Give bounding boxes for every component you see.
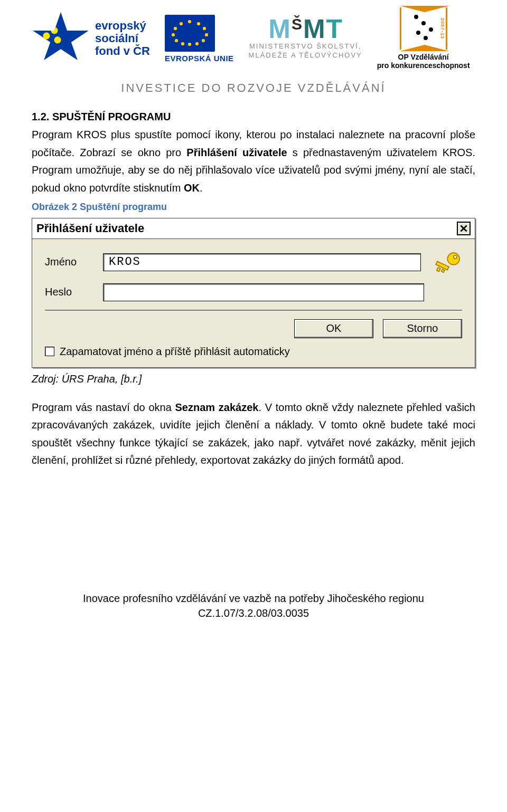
opvk-year-label: 2007-13 (440, 18, 445, 39)
invest-slogan: INVESTICE DO ROZVOJE VZDĚLÁVÁNÍ (32, 81, 475, 95)
esf-logo: evropský sociální fond v ČR (32, 12, 150, 65)
esf-star-icon (32, 12, 90, 65)
section-title: 1.2. SPUŠTĚNÍ PROGRAMU (32, 111, 475, 123)
msmt-line2: MLÁDEŽE A TĚLOVÝCHOVY (249, 51, 362, 60)
esf-line3: fond v ČR (95, 45, 150, 58)
close-button[interactable] (457, 222, 471, 235)
esf-text: evropský sociální fond v ČR (95, 20, 150, 58)
login-dialog: Přihlášení uživatele Jméno (32, 218, 475, 368)
eu-label: EVROPSKÁ UNIE (165, 54, 234, 63)
label-username: Jméno (45, 256, 92, 268)
p1-bold-2: OK (184, 182, 200, 194)
figure-source: Zdroj: ÚRS Praha, [b.r.] (32, 373, 475, 385)
eu-flag-icon (165, 15, 215, 52)
p1-text-c: . (200, 182, 203, 194)
paragraph-2: Program vás nastaví do okna Seznam zakáz… (32, 399, 475, 470)
username-input[interactable] (103, 253, 421, 271)
svg-point-3 (454, 255, 457, 259)
svg-rect-5 (437, 267, 440, 271)
page-footer: Inovace profesního vzdělávání ve vazbě n… (32, 591, 475, 620)
opvk-line2: pro konkurenceschopnost (377, 61, 470, 70)
dialog-divider (45, 310, 462, 311)
svg-rect-6 (442, 269, 445, 272)
close-icon (460, 225, 467, 232)
opvk-logo: 2007-13 OP Vzdělávání pro konkurencescho… (377, 7, 470, 70)
header-logo-band: evropský sociální fond v ČR EVROPSKÁ UNI… (32, 0, 475, 74)
dialog-title-text: Přihlášení uživatele (36, 222, 144, 235)
eu-logo: EVROPSKÁ UNIE (165, 15, 234, 63)
opvk-line1: OP Vzdělávání (377, 53, 470, 61)
esf-line2: sociální (95, 32, 150, 45)
msmt-glyph-icon: M Š M T (249, 17, 362, 41)
footer-line2: CZ.1.07/3.2.08/03.0035 (32, 606, 475, 620)
footer-line1: Inovace profesního vzdělávání ve vazbě n… (32, 591, 475, 606)
p1-bold-1: Přihlášení uživatele (186, 147, 287, 158)
password-input[interactable] (103, 283, 424, 301)
ok-button[interactable]: OK (294, 319, 373, 338)
remember-label: Zapamatovat jméno a příště přihlásit aut… (60, 346, 290, 358)
label-password: Heslo (45, 286, 92, 298)
dialog-titlebar: Přihlášení uživatele (32, 218, 475, 239)
figure-caption: Obrázek 2 Spuštění programu (32, 202, 475, 213)
keys-icon (435, 249, 462, 276)
cancel-button[interactable]: Storno (383, 319, 462, 338)
p2-text-a: Program vás nastaví do okna (32, 402, 175, 413)
msmt-logo: M Š M T MINISTERSTVO ŠKOLSTVÍ, MLÁDEŽE A… (249, 17, 362, 60)
esf-line1: evropský (95, 19, 146, 32)
opvk-shape-icon: 2007-13 (400, 7, 447, 50)
paragraph-1: Program KROS plus spustíte pomocí ikony,… (32, 126, 475, 197)
p2-bold: Seznam zakázek (175, 402, 259, 413)
remember-checkbox[interactable] (45, 347, 54, 356)
svg-point-2 (447, 253, 459, 265)
msmt-line1: MINISTERSTVO ŠKOLSTVÍ, (249, 42, 362, 51)
